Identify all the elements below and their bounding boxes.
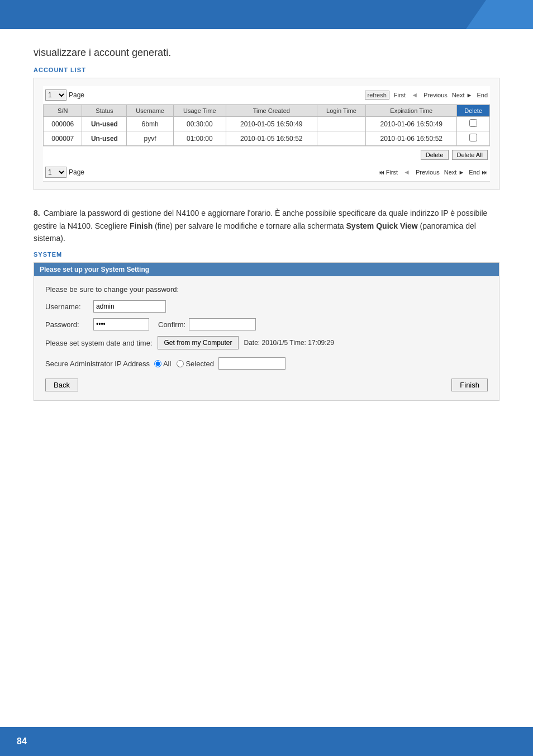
page-select-bottom[interactable]: 1: [45, 167, 66, 178]
table-header-row: S/N Status Username Usage Time Time Crea…: [44, 105, 490, 117]
main-content: visualizzare i account generati. ACCOUNT…: [0, 29, 533, 440]
end-btn-top[interactable]: End: [477, 92, 488, 98]
next-btn-top[interactable]: Next ►: [452, 92, 473, 98]
username-input[interactable]: [93, 300, 166, 313]
intro-text: visualizzare i account generati.: [34, 46, 499, 60]
username-label: Username:: [45, 303, 90, 311]
step8-bold-system: System Quick View: [346, 221, 418, 230]
page-select-group-bottom: 1 Page: [45, 167, 84, 178]
confirm-label: Confirm:: [158, 320, 185, 329]
previous-btn-top[interactable]: Previous: [423, 92, 448, 98]
step8-text: 8.Cambiare la password di gestione del N…: [34, 207, 499, 244]
ip-label: Secure Administrator IP Address: [45, 360, 150, 368]
system-panel: Please set up your System Setting Please…: [34, 262, 499, 401]
end-btn-bottom[interactable]: End ⏭: [469, 169, 488, 176]
radio-selected-label: Selected: [185, 360, 214, 368]
page-label-bottom: Page: [69, 168, 84, 176]
table-row: 000007Un-usedpyvf01:00:002010-01-05 16:5…: [44, 131, 490, 146]
page-label-top: Page: [69, 91, 84, 99]
get-from-computer-button[interactable]: Get from my Computer: [158, 336, 238, 349]
table-row: 000006Un-used6bmh00:30:002010-01-05 16:5…: [44, 117, 490, 131]
radio-selected[interactable]: [177, 360, 184, 367]
ip-row: Secure Administrator IP Address All Sele…: [45, 357, 488, 370]
account-list-label: ACCOUNT LIST: [34, 67, 499, 73]
finish-button[interactable]: Finish: [451, 379, 488, 391]
pagination-top: 1 Page refresh First ◄ Previous Next ► E…: [43, 86, 490, 105]
top-bar: [0, 0, 533, 29]
system-label: SYSTEM: [34, 251, 499, 258]
top-bar-accent: [466, 0, 533, 29]
th-status: Status: [82, 105, 127, 117]
refresh-btn-top[interactable]: refresh: [365, 91, 389, 100]
th-sn: S/N: [44, 105, 82, 117]
account-list-inner: 1 Page refresh First ◄ Previous Next ► E…: [43, 86, 490, 182]
delete-button[interactable]: Delete: [421, 150, 449, 160]
step-number: 8.: [34, 209, 40, 218]
previous-btn-bottom[interactable]: Previous: [416, 169, 440, 176]
ip-input[interactable]: [218, 357, 285, 370]
th-login-time: Login Time: [317, 105, 366, 117]
system-panel-body: Please be sure to change your password: …: [34, 276, 499, 400]
next-btn-bottom[interactable]: Next ►: [444, 169, 465, 176]
system-prompt: Please be sure to change your password:: [45, 285, 488, 294]
delete-all-button[interactable]: Delete All: [452, 150, 488, 160]
system-panel-header: Please set up your System Setting: [34, 263, 499, 276]
first-btn-top[interactable]: First: [394, 92, 406, 98]
back-button[interactable]: Back: [45, 379, 78, 391]
th-username: Username: [127, 105, 174, 117]
page-nav-top: refresh First ◄ Previous Next ► End: [365, 91, 488, 100]
th-usage-time: Usage Time: [173, 105, 226, 117]
page-nav-bottom: ⏮ First ◄ Previous Next ► End ⏭: [378, 168, 488, 176]
row-checkbox[interactable]: [469, 119, 477, 127]
radio-selected-item[interactable]: Selected: [177, 360, 214, 368]
page-select-group-top: 1 Page: [45, 89, 84, 101]
th-time-created: Time Created: [226, 105, 317, 117]
datetime-row: Please set system date and time: Get fro…: [45, 336, 488, 349]
radio-all[interactable]: [154, 360, 161, 367]
password-row: Password: Confirm:: [45, 318, 488, 330]
step8-bold-finish: Finish: [130, 221, 153, 230]
bottom-bar: 84: [0, 727, 533, 756]
step8-middle-text: (fine) per salvare le modifiche e tornar…: [153, 221, 346, 230]
password-label: Password:: [45, 320, 90, 329]
pagination-bottom: 1 Page ⏮ First ◄ Previous Next ► End ⏭: [43, 163, 490, 182]
password-input[interactable]: [93, 318, 149, 330]
datetime-label: Please set system date and time:: [45, 339, 152, 347]
account-table: S/N Status Username Usage Time Time Crea…: [43, 105, 490, 146]
radio-all-item[interactable]: All: [154, 360, 171, 368]
username-row: Username:: [45, 300, 488, 313]
account-list-panel: 1 Page refresh First ◄ Previous Next ► E…: [34, 78, 499, 190]
th-expiration-time: Expiration Time: [366, 105, 457, 117]
page-select-top[interactable]: 1: [45, 89, 66, 101]
datetime-display: Date: 2010/1/5 Time: 17:09:29: [244, 339, 334, 347]
radio-group: All Selected: [154, 360, 214, 368]
delete-btns-row: Delete Delete All: [43, 146, 490, 163]
th-delete: Delete: [457, 105, 490, 117]
page-number: 84: [17, 736, 27, 746]
first-btn-bottom[interactable]: ⏮ First: [378, 169, 398, 176]
radio-all-label: All: [163, 360, 171, 368]
action-btns-row: Back Finish: [45, 379, 488, 391]
confirm-input[interactable]: [189, 318, 256, 330]
row-checkbox[interactable]: [469, 134, 477, 141]
